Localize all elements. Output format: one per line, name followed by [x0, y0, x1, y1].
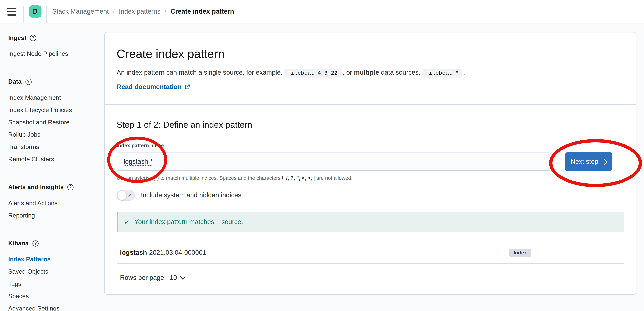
sidebar-section-title: Alerts and Insights — [8, 182, 64, 192]
help-icon[interactable]: ? — [67, 184, 74, 190]
toggle-knob — [117, 190, 127, 200]
divider — [105, 104, 636, 105]
check-icon: ✓ — [124, 219, 130, 226]
chevron-down-icon — [180, 274, 186, 279]
input-helper-text: Use an asterisk (*) to match multiple in… — [116, 175, 624, 181]
read-documentation-link[interactable]: Read documentation — [116, 82, 190, 92]
sidebar-section-kibana: Kibana ? Index Patterns Saved Objects Ta… — [8, 238, 104, 311]
index-pattern-name-label: Index pattern name — [116, 143, 624, 149]
sidebar-section-alerts-and-insights: Alerts and Insights ? Alerts and Actions… — [8, 182, 104, 222]
success-callout: ✓ Your index pattern matches 1 source. — [116, 212, 624, 232]
breadcrumb-separator: / — [164, 8, 166, 15]
index-name: logstash-2021.03.04-000001 — [120, 249, 509, 256]
help-icon[interactable]: ? — [32, 240, 39, 247]
intro-text: An index pattern can match a single sour… — [116, 68, 624, 78]
breadcrumb: Stack Management / Index patterns / Crea… — [52, 0, 234, 23]
breadcrumb-separator: / — [113, 8, 115, 15]
sidebar-item-tags[interactable]: Tags — [8, 278, 21, 290]
sidebar-item-index-patterns[interactable]: Index Patterns — [8, 253, 51, 265]
external-link-icon — [184, 84, 190, 90]
sidebar-item-remote-clusters[interactable]: Remote Clusters — [8, 153, 54, 165]
breadcrumb-index-patterns[interactable]: Index patterns — [119, 8, 160, 15]
sidebar-section-title: Data — [8, 77, 22, 87]
sidebar-item-snapshot-and-restore[interactable]: Snapshot and Restore — [8, 116, 70, 128]
rows-per-page-selector[interactable]: Rows per page: 10 — [120, 274, 185, 282]
input-row: logstash-* Next step — [116, 152, 624, 171]
sidebar-section-title: Ingest — [8, 33, 26, 43]
space-switcher: D — [24, 0, 47, 23]
help-icon[interactable]: ? — [30, 35, 36, 41]
sidebar-item-transforms[interactable]: Transforms — [8, 141, 39, 153]
code-example-wildcard: filebeat-* — [422, 69, 462, 78]
create-index-pattern-panel: Create index pattern An index pattern ca… — [104, 32, 636, 295]
kibana-app: D Stack Management / Index patterns / Cr… — [0, 0, 644, 311]
breadcrumb-stack-management[interactable]: Stack Management — [52, 8, 109, 15]
index-pattern-value: logstash-* — [124, 158, 153, 165]
sidebar: Ingest ? Ingest Node Pipelines Data ? In… — [0, 23, 104, 311]
toggle-row: ✕ Include system and hidden indices — [116, 190, 624, 201]
sidebar-section-title: Kibana — [8, 238, 29, 248]
menu-button[interactable] — [0, 0, 24, 23]
toggle-off-icon: ✕ — [128, 193, 132, 198]
code-example-single: filebeat-4-3-22 — [284, 69, 341, 78]
sidebar-section-ingest: Ingest ? Ingest Node Pipelines — [8, 33, 104, 60]
top-header: D Stack Management / Index patterns / Cr… — [0, 0, 644, 23]
index-type-badge: Index — [509, 249, 531, 257]
sidebar-item-reporting[interactable]: Reporting — [8, 209, 35, 222]
sidebar-item-ingest-node-pipelines[interactable]: Ingest Node Pipelines — [8, 47, 68, 60]
breadcrumb-current-page: Create index pattern — [170, 8, 234, 15]
callout-message: Your index pattern matches 1 source. — [134, 217, 243, 227]
sidebar-item-advanced-settings[interactable]: Advanced Settings — [8, 302, 60, 311]
sidebar-item-index-management[interactable]: Index Management — [8, 91, 61, 104]
help-icon[interactable]: ? — [25, 79, 32, 85]
toggle-label: Include system and hidden indices — [141, 192, 242, 199]
sidebar-item-saved-objects[interactable]: Saved Objects — [8, 265, 48, 278]
sidebar-section-data: Data ? Index Management Index Lifecycle … — [8, 77, 104, 165]
page-title: Create index pattern — [116, 47, 624, 61]
chevron-right-icon — [602, 159, 608, 165]
space-avatar[interactable]: D — [29, 5, 41, 18]
matching-source-row: logstash-2021.03.04-000001 Index — [116, 242, 624, 264]
next-step-button[interactable]: Next step — [565, 152, 612, 171]
sidebar-item-rollup-jobs[interactable]: Rollup Jobs — [8, 128, 40, 141]
step-heading: Step 1 of 2: Define an index pattern — [116, 119, 624, 130]
sidebar-item-alerts-and-actions[interactable]: Alerts and Actions — [8, 197, 58, 209]
sidebar-item-spaces[interactable]: Spaces — [8, 290, 29, 302]
include-hidden-indices-toggle[interactable]: ✕ — [116, 190, 135, 201]
hamburger-icon — [7, 7, 16, 15]
sidebar-item-index-lifecycle-policies[interactable]: Index Lifecycle Policies — [8, 104, 72, 116]
index-pattern-input[interactable]: logstash-* — [116, 152, 550, 171]
